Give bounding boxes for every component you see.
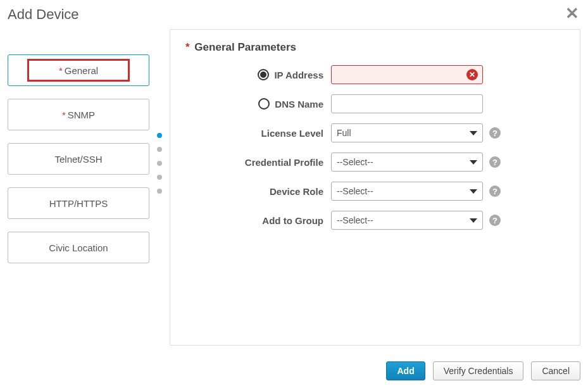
dns-name-input[interactable] <box>331 94 483 113</box>
sidebar-item-civic-location[interactable]: Civic Location <box>8 232 149 263</box>
section-title: * General Parameters <box>185 41 565 54</box>
ip-address-label: IP Address <box>274 70 323 80</box>
progress-dot <box>157 133 162 138</box>
progress-dot <box>157 189 162 194</box>
ip-address-label-cell: IP Address <box>185 69 331 80</box>
dns-name-radio[interactable] <box>258 98 270 110</box>
help-icon[interactable]: ? <box>489 185 501 197</box>
sidebar-item-label: SNMP <box>68 110 95 120</box>
ip-address-input[interactable] <box>331 65 483 84</box>
sidebar-item-general[interactable]: * General <box>8 54 149 86</box>
dialog-title: Add Device <box>0 0 588 23</box>
required-star: * <box>185 41 190 53</box>
error-icon: ✕ <box>466 69 478 80</box>
sidebar: * General * SNMP Telnet/SSH HTTP/HTTPS C… <box>8 29 149 346</box>
sidebar-item-label: Telnet/SSH <box>54 154 102 165</box>
chevron-down-icon <box>470 131 477 135</box>
add-to-group-select[interactable]: --Select-- <box>331 211 483 230</box>
device-role-select[interactable]: --Select-- <box>331 182 483 201</box>
device-role-label: Device Role <box>185 186 331 197</box>
license-level-select[interactable]: Full <box>331 123 483 142</box>
select-value: --Select-- <box>337 157 373 167</box>
required-star: * <box>62 110 66 120</box>
chevron-down-icon <box>470 160 477 165</box>
credential-profile-label: Credential Profile <box>185 157 331 168</box>
help-icon[interactable]: ? <box>489 156 501 168</box>
help-icon[interactable]: ? <box>489 215 501 226</box>
sidebar-item-snmp[interactable]: * SNMP <box>8 99 149 130</box>
footer-buttons: Add Verify Credentials Cancel <box>386 361 580 380</box>
verify-credentials-button[interactable]: Verify Credentials <box>433 361 524 380</box>
ip-address-radio[interactable] <box>258 69 269 80</box>
dns-name-label-cell: DNS Name <box>185 98 331 110</box>
license-level-label: License Level <box>185 128 331 139</box>
help-icon[interactable]: ? <box>489 127 501 139</box>
select-value: Full <box>337 128 351 138</box>
progress-dot <box>157 161 162 166</box>
content-panel: * General Parameters IP Address ✕ DNS Na… <box>170 29 580 346</box>
sidebar-item-label: HTTP/HTTPS <box>49 198 108 209</box>
cancel-button[interactable]: Cancel <box>531 361 580 380</box>
progress-dot <box>157 147 162 152</box>
close-icon[interactable]: ✕ <box>565 5 579 22</box>
dns-name-label: DNS Name <box>275 99 323 110</box>
select-value: --Select-- <box>337 215 373 225</box>
chevron-down-icon <box>470 218 477 223</box>
add-to-group-label: Add to Group <box>185 215 331 226</box>
add-button[interactable]: Add <box>386 361 425 380</box>
select-value: --Select-- <box>337 186 373 196</box>
sidebar-item-http-https[interactable]: HTTP/HTTPS <box>8 187 149 219</box>
progress-dots <box>149 29 170 346</box>
section-title-text: General Parameters <box>194 41 296 53</box>
sidebar-item-telnet-ssh[interactable]: Telnet/SSH <box>8 143 149 175</box>
credential-profile-select[interactable]: --Select-- <box>331 153 483 172</box>
progress-dot <box>157 175 162 180</box>
required-star: * <box>59 65 63 76</box>
sidebar-item-label: General <box>65 65 98 76</box>
sidebar-item-label: Civic Location <box>49 242 108 253</box>
chevron-down-icon <box>470 189 477 194</box>
